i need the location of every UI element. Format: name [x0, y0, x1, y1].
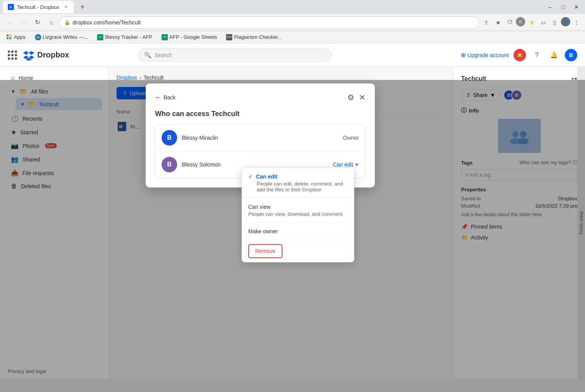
home-button[interactable]: ⌂	[45, 16, 57, 29]
help-button[interactable]: ?	[531, 49, 543, 61]
remove-button[interactable]: Remove	[248, 244, 282, 258]
profile-avatar-button[interactable]: 👤	[561, 17, 570, 26]
nav-actions: ⇪ ★ 🛡 K ⚡ ▭ ▯ 👤 ⋮	[481, 17, 582, 28]
svg-text:D: D	[10, 6, 12, 9]
bookmark-apps[interactable]: Home Apps	[3, 33, 29, 42]
account-button[interactable]: K	[516, 17, 525, 26]
search-placeholder: Search	[155, 52, 172, 58]
can-edit-option[interactable]: ✓ Can edit People can edit, delete, comm…	[242, 168, 354, 198]
owner-role: Owner	[343, 135, 359, 141]
bookmark-blessy-label: Blessy Tracker - AFP	[105, 34, 152, 40]
app-header: Dropbox 🔍 Search ⊕ Upgrade account 🔔 ? 🔔…	[0, 43, 585, 67]
extensions-button[interactable]: ⚡	[526, 17, 537, 28]
shield-icon[interactable]: 🛡	[504, 17, 515, 28]
nav-bar: ← → ↻ ⌂ 🔒 dropbox.com/home/Techcult ⇪ ★ …	[0, 14, 585, 31]
active-tab[interactable]: D Techcult - Dropbox ×	[3, 1, 74, 13]
side-panel-button[interactable]: ▭	[538, 17, 548, 28]
can-edit-dropdown-button[interactable]: Can edit ▼	[333, 161, 359, 168]
forward-button[interactable]: →	[17, 16, 30, 29]
url-text: dropbox.com/home/Techcult	[73, 19, 141, 26]
dropbox-logo-icon	[23, 50, 34, 61]
more-options-button[interactable]: ⋮	[571, 17, 582, 28]
back-button[interactable]: ←	[3, 16, 16, 29]
modal-close-button[interactable]: ✕	[359, 93, 366, 102]
svg-rect-5	[9, 37, 11, 39]
editor-avatar-initial: B	[167, 161, 172, 168]
can-edit-option-label: Can edit	[256, 173, 277, 180]
back-arrow-icon: ←	[155, 94, 161, 101]
address-bar[interactable]: 🔒 dropbox.com/home/Techcult	[59, 16, 479, 29]
bookmark-plagiarism[interactable]: SST Plagiarism Checker...	[223, 33, 285, 42]
owner-name: Blessy Miraclin	[182, 135, 338, 141]
minimize-button[interactable]: –	[545, 2, 555, 12]
green-sheets-icon: +	[97, 34, 103, 40]
bookmark-apps-text: Apps	[14, 34, 26, 40]
user-avatar-button[interactable]: B	[565, 49, 577, 61]
can-view-option[interactable]: Can view People can view, download, and …	[242, 198, 354, 222]
notifications-button[interactable]: 🔔	[514, 49, 526, 61]
upgrade-circle-icon: ⊕	[461, 51, 466, 59]
new-tab-button[interactable]: +	[77, 2, 88, 12]
hamburger-menu-button[interactable]	[8, 50, 17, 60]
tab-title: Techcult - Dropbox	[17, 4, 59, 10]
reload-button[interactable]: ↻	[31, 16, 44, 29]
maximize-button[interactable]: □	[558, 2, 569, 12]
upgrade-account-link[interactable]: ⊕ Upgrade account	[461, 51, 509, 59]
dropbox-wordmark: Dropbox	[37, 50, 69, 59]
svg-rect-4	[7, 37, 9, 39]
caret-down-icon: ▼	[355, 162, 359, 167]
modal-header: ← Back ⚙ ✕	[155, 93, 366, 102]
sst-icon: SST	[226, 34, 232, 40]
can-edit-description: People can edit, delete, comment, and ad…	[248, 181, 348, 193]
wordpress-icon: W	[35, 34, 41, 40]
tab-close-btn[interactable]: ×	[62, 3, 69, 10]
modal-title-folder: Techcult	[211, 110, 240, 118]
search-bar[interactable]: 🔍 Search	[138, 49, 332, 62]
remove-label: Remove	[255, 248, 275, 254]
close-window-button[interactable]: ✕	[571, 2, 582, 12]
bookmark-afp[interactable]: + AFP - Google Sheets	[158, 33, 220, 42]
bookmarks-bar: Home Apps W Lizgrace Writes —... + Bless…	[0, 31, 585, 43]
modal-back-label: Back	[164, 94, 176, 101]
can-view-description: People can view, download, and comment	[248, 211, 348, 217]
remove-option[interactable]: Remove	[242, 240, 354, 262]
menu-dot	[15, 50, 17, 53]
search-icon: 🔍	[144, 52, 151, 59]
menu-dot	[8, 54, 10, 56]
upgrade-account-label: Upgrade account	[467, 52, 509, 58]
modal-back-button[interactable]: ← Back	[155, 94, 176, 101]
apps-grid-icon	[6, 34, 12, 40]
can-edit-label: Can edit	[333, 161, 353, 168]
menu-dot	[15, 54, 17, 56]
menu-dot	[11, 50, 14, 53]
svg-rect-2	[7, 35, 9, 36]
share-page-button[interactable]: ⇪	[481, 17, 492, 28]
modal-title: Who can access Techcult	[155, 110, 366, 118]
afp-sheets-icon: +	[162, 34, 168, 40]
menu-dot	[8, 57, 10, 60]
title-bar: D Techcult - Dropbox × + – □ ✕	[0, 0, 585, 14]
bookmark-afp-label: AFP - Google Sheets	[169, 34, 217, 40]
menu-dot	[11, 54, 14, 56]
make-owner-label: Make owner	[248, 228, 348, 234]
tab-favicon: D	[8, 4, 14, 10]
modal-settings-button[interactable]: ⚙	[347, 93, 354, 102]
bookmark-lizgrace[interactable]: W Lizgrace Writes —...	[32, 33, 91, 42]
svg-rect-3	[9, 35, 11, 36]
browser-chrome: D Techcult - Dropbox × + – □ ✕ ← → ↻ ⌂ 🔒…	[0, 0, 585, 43]
menu-dot	[11, 57, 14, 60]
lock-icon: 🔒	[64, 19, 70, 25]
header-right-actions: ⊕ Upgrade account 🔔 ? 🔔 B	[461, 49, 577, 61]
permission-dropdown: ✓ Can edit People can edit, delete, comm…	[242, 168, 354, 262]
can-view-option-label: Can view	[248, 204, 348, 210]
dropbox-logo[interactable]: Dropbox	[23, 50, 69, 61]
user-row-owner: B Blessy Miraclin Owner	[155, 125, 365, 151]
can-edit-title-row: ✓ Can edit	[248, 173, 348, 180]
split-screen-button[interactable]: ▯	[549, 17, 560, 28]
bookmark-blessy-tracker[interactable]: + Blessy Tracker - AFP	[94, 33, 155, 42]
menu-dot	[8, 50, 10, 53]
bookmark-button[interactable]: ★	[493, 17, 503, 28]
notification-bell-button[interactable]: 🔔	[548, 49, 560, 61]
make-owner-option[interactable]: Make owner	[242, 223, 354, 240]
menu-dot	[15, 57, 17, 60]
